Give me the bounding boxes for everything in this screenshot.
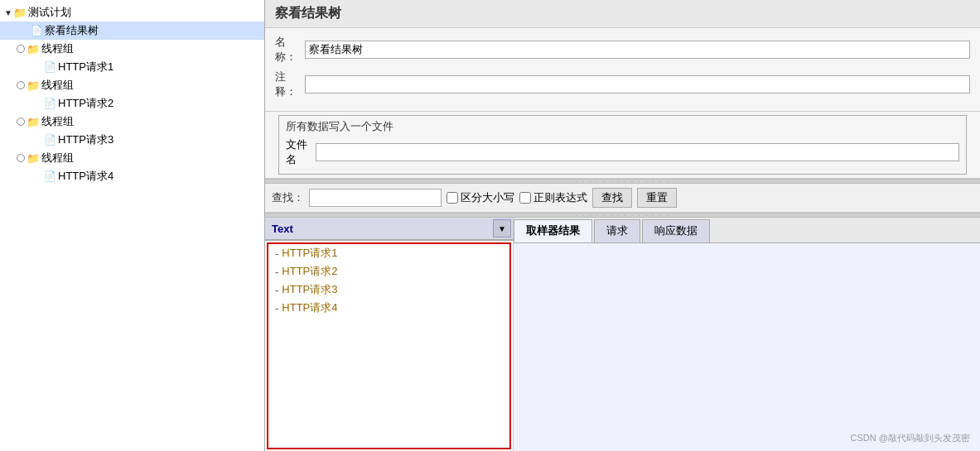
name-input[interactable] — [305, 41, 970, 59]
list-item-text: HTTP请求1 — [282, 246, 337, 261]
tree-item-http-request-1[interactable]: 📄 HTTP请求1 — [0, 58, 264, 76]
name-row: 名称： — [275, 35, 970, 65]
find-button[interactable]: 查找 — [592, 188, 632, 208]
tree-item-http-request-3[interactable]: 📄 HTTP请求3 — [0, 131, 264, 149]
comment-input[interactable] — [305, 75, 970, 94]
regex-checkbox[interactable] — [519, 192, 531, 204]
list-item[interactable]: - HTTP请求1 — [268, 244, 509, 262]
comment-row: 注释： — [275, 70, 970, 99]
tree-item-label: HTTP请求2 — [58, 96, 113, 111]
tabs-content — [514, 243, 980, 451]
search-input[interactable] — [309, 189, 442, 207]
content-panel: 察看结果树 名称： 注释： 所有数据写入一个文件 文件名 — [265, 0, 980, 451]
file-icon: 📄 — [30, 24, 43, 37]
tree-expand-icon: ▼ — [3, 7, 13, 17]
list-item-dash: - — [275, 266, 278, 278]
file-section-title: 所有数据写入一个文件 — [286, 119, 959, 134]
folder-icon: 📁 — [13, 6, 27, 19]
tree-item-thread-group-2[interactable]: 📁 线程组 — [0, 76, 264, 94]
connector-circle-icon — [17, 81, 25, 89]
list-item[interactable]: - HTTP请求2 — [268, 262, 509, 281]
tab-sampler-result-label: 取样器结果 — [526, 224, 580, 237]
case-sensitive-label: 区分大小写 — [461, 190, 514, 205]
content-header: 察看结果树 — [265, 0, 980, 28]
tree-item-label: 线程组 — [41, 151, 74, 166]
list-header-dropdown-button[interactable]: ▼ — [493, 219, 511, 237]
folder-icon: 📁 — [27, 115, 40, 128]
bottom-section: Text ▼ - HTTP请求1 - HTTP请求2 - — [265, 218, 980, 451]
search-bar: 查找： 区分大小写 正则表达式 查找 重置 — [265, 184, 980, 213]
search-label: 查找： — [272, 190, 304, 205]
tab-request-label: 请求 — [606, 224, 628, 237]
chevron-down-icon: ▼ — [498, 224, 506, 233]
folder-icon: 📁 — [27, 42, 40, 55]
tree-root[interactable]: ▼ 📁 测试计划 — [0, 3, 264, 22]
file-input[interactable] — [316, 143, 959, 161]
file-section: 所有数据写入一个文件 文件名 — [278, 115, 967, 175]
main-container: ▼ 📁 测试计划 📄 察看结果树 📁 线程组 📄 HTTP请求1 📁 线程组 📄… — [0, 0, 980, 451]
comment-label: 注释： — [275, 70, 305, 99]
tab-request[interactable]: 请求 — [594, 219, 640, 242]
connector-circle-icon — [17, 154, 25, 162]
folder-icon: 📁 — [27, 79, 40, 92]
file-icon: 📄 — [43, 170, 56, 183]
tree-item-thread-group-4[interactable]: 📁 线程组 — [0, 149, 264, 167]
list-item-dash: - — [275, 284, 278, 296]
list-item[interactable]: - HTTP请求3 — [268, 281, 509, 299]
list-panel: Text ▼ - HTTP请求1 - HTTP请求2 - — [265, 218, 514, 451]
tree-item-view-result-tree[interactable]: 📄 察看结果树 — [0, 22, 264, 40]
file-icon: 📄 — [43, 60, 56, 74]
form-section: 名称： 注释： — [265, 28, 980, 112]
tree-item-http-request-2[interactable]: 📄 HTTP请求2 — [0, 94, 264, 113]
tree-item-label: HTTP请求1 — [58, 60, 113, 74]
file-label: 文件名 — [286, 137, 316, 167]
list-item-text: HTTP请求4 — [282, 300, 337, 315]
tree-item-label: 线程组 — [41, 114, 74, 129]
file-icon: 📄 — [43, 133, 56, 146]
reset-button[interactable]: 重置 — [637, 188, 677, 208]
regex-label: 正则表达式 — [533, 190, 587, 205]
tab-response-data[interactable]: 响应数据 — [642, 219, 710, 242]
tab-sampler-result[interactable]: 取样器结果 — [514, 219, 592, 242]
regex-checkbox-item[interactable]: 正则表达式 — [519, 190, 587, 205]
tree-item-label: HTTP请求4 — [58, 169, 113, 184]
case-sensitive-checkbox[interactable] — [447, 192, 458, 204]
list-header: Text ▼ — [265, 218, 513, 241]
tree-item-label: 察看结果树 — [45, 23, 99, 38]
list-item-dash: - — [275, 302, 278, 314]
file-section-container: 所有数据写入一个文件 文件名 — [265, 112, 980, 179]
watermark: CSDN @敲代码敲到头发茂密 — [851, 432, 970, 444]
tree-item-label: 线程组 — [41, 41, 74, 56]
tree-item-thread-group-1[interactable]: 📁 线程组 — [0, 40, 264, 58]
list-item-text: HTTP请求2 — [282, 264, 337, 279]
tab-response-data-label: 响应数据 — [654, 224, 698, 237]
connector-circle-icon — [17, 118, 25, 126]
tabs-panel: 取样器结果 请求 响应数据 — [514, 218, 980, 451]
file-row: 文件名 — [286, 137, 959, 167]
tree-root-label: 测试计划 — [28, 5, 71, 20]
tree-item-label: HTTP请求3 — [58, 132, 113, 147]
list-body: - HTTP请求1 - HTTP请求2 - HTTP请求3 - HTTP请求4 — [267, 242, 511, 449]
name-label: 名称： — [275, 35, 305, 65]
tree-panel: ▼ 📁 测试计划 📄 察看结果树 📁 线程组 📄 HTTP请求1 📁 线程组 📄… — [0, 0, 265, 451]
list-item[interactable]: - HTTP请求4 — [268, 299, 509, 317]
tree-item-http-request-4[interactable]: 📄 HTTP请求4 — [0, 167, 264, 185]
folder-icon: 📁 — [27, 151, 40, 165]
list-item-text: HTTP请求3 — [282, 282, 337, 297]
tree-item-label: 线程组 — [41, 78, 74, 93]
list-item-dash: - — [275, 247, 278, 260]
list-header-text: Text — [265, 219, 493, 238]
content-title: 察看结果树 — [275, 6, 341, 20]
tabs-header: 取样器结果 请求 响应数据 — [514, 218, 980, 243]
case-sensitive-checkbox-item[interactable]: 区分大小写 — [447, 190, 514, 205]
connector-circle-icon — [17, 45, 25, 53]
tree-item-thread-group-3[interactable]: 📁 线程组 — [0, 113, 264, 131]
file-icon: 📄 — [43, 97, 56, 110]
